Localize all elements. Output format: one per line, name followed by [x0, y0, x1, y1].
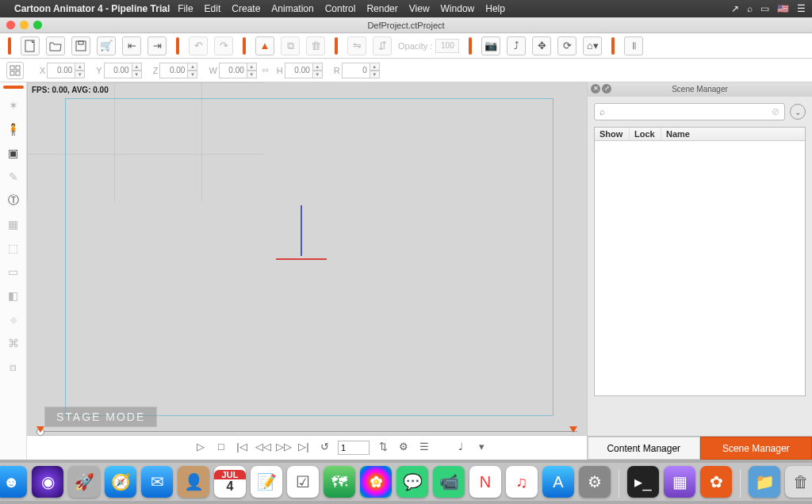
- flag-icon[interactable]: 🇺🇸: [777, 3, 789, 14]
- grid-toggle-button[interactable]: [6, 62, 24, 79]
- tab-scene-manager[interactable]: Scene Manager: [700, 437, 813, 460]
- menu-view[interactable]: View: [409, 3, 430, 14]
- dock-photos[interactable]: ✿: [360, 466, 392, 498]
- flip-h-button[interactable]: ⇋: [347, 36, 366, 55]
- dock-settings[interactable]: ⚙: [579, 466, 611, 498]
- menu-render[interactable]: Render: [366, 3, 397, 14]
- scene-search-box[interactable]: ⌕ ⊘: [594, 103, 785, 120]
- export-button[interactable]: ⇥: [147, 36, 167, 55]
- h-down[interactable]: ▼: [313, 71, 323, 78]
- timeline-start-mark[interactable]: [36, 426, 44, 433]
- displays-icon[interactable]: ▭: [760, 3, 769, 14]
- z-down[interactable]: ▼: [188, 71, 197, 78]
- z-up[interactable]: ▲: [188, 63, 197, 71]
- r-down[interactable]: ▼: [370, 71, 380, 78]
- list-view-icon[interactable]: ☰: [417, 441, 431, 455]
- stop-button[interactable]: □: [214, 441, 228, 455]
- redo-button[interactable]: ↷: [214, 36, 233, 55]
- list-icon[interactable]: ☰: [797, 3, 806, 14]
- y-down[interactable]: ▼: [132, 71, 142, 78]
- menu-help[interactable]: Help: [485, 3, 505, 14]
- side-tool-10[interactable]: ⟐: [3, 309, 24, 330]
- undo-button[interactable]: ↶: [189, 36, 208, 55]
- dock-appstore[interactable]: A: [542, 466, 574, 498]
- h-input[interactable]: [285, 63, 313, 78]
- x-input[interactable]: [47, 63, 75, 78]
- opacity-input[interactable]: [435, 39, 459, 53]
- save-project-button[interactable]: [71, 36, 90, 55]
- w-input[interactable]: [219, 63, 247, 78]
- tab-content-manager[interactable]: Content Manager: [588, 437, 700, 460]
- transform-tool-button[interactable]: ⤴: [507, 36, 526, 55]
- x-up[interactable]: ▲: [75, 63, 85, 71]
- side-tool-8[interactable]: ▭: [3, 262, 24, 282]
- dock-calendar[interactable]: JUL4: [214, 466, 246, 498]
- y-up[interactable]: ▲: [132, 63, 142, 71]
- dock-reminders[interactable]: ☑: [287, 466, 319, 498]
- spotlight-icon[interactable]: ⌕: [747, 3, 753, 14]
- next-frame-button[interactable]: ▷▷: [276, 441, 290, 455]
- frame-input[interactable]: [338, 441, 370, 455]
- cart-button[interactable]: 🛒: [97, 36, 116, 55]
- panel-detach-button[interactable]: ⤢: [602, 84, 611, 94]
- loop-button[interactable]: ↺: [317, 441, 331, 455]
- menu-control[interactable]: Control: [325, 3, 356, 14]
- dock-trash[interactable]: 🗑: [785, 466, 812, 498]
- open-project-button[interactable]: [46, 36, 65, 55]
- dock-launchpad[interactable]: 🚀: [68, 466, 100, 498]
- side-tool-11[interactable]: ⌘: [3, 333, 24, 353]
- minimize-window-button[interactable]: [20, 21, 29, 29]
- flip-v-button[interactable]: ⇵: [373, 36, 392, 55]
- panel-close-button[interactable]: ✕: [591, 84, 600, 94]
- col-name[interactable]: Name: [661, 128, 805, 140]
- menu-window[interactable]: Window: [441, 3, 475, 14]
- last-frame-button[interactable]: ▷|: [297, 441, 311, 455]
- filter-dropdown-button[interactable]: ⌄: [790, 104, 806, 120]
- frame-step-button[interactable]: ⇅: [376, 441, 390, 455]
- dock-cartoon-animator[interactable]: ✿: [700, 466, 732, 498]
- r-up[interactable]: ▲: [370, 63, 380, 71]
- dock-news[interactable]: N: [469, 466, 501, 498]
- copy-button[interactable]: ⧉: [281, 36, 300, 55]
- dock-siri[interactable]: ◉: [32, 466, 63, 498]
- search-clear-icon[interactable]: ⊘: [772, 106, 779, 117]
- side-tool-1[interactable]: ✶: [3, 95, 24, 116]
- timeline-scrubber[interactable]: [36, 428, 577, 434]
- menu-edit[interactable]: Edit: [205, 3, 221, 14]
- side-tool-prop[interactable]: ▣: [3, 143, 24, 163]
- canvas-viewport[interactable]: FPS: 0.00, AVG: 0.00 STAGE MODE: [27, 82, 587, 436]
- settings-icon[interactable]: ⚙: [396, 441, 411, 455]
- dock-terminal[interactable]: ▸_: [627, 466, 659, 498]
- menu-file[interactable]: File: [178, 3, 193, 14]
- dock-app-purple[interactable]: ▦: [664, 466, 695, 498]
- dock-notes[interactable]: 📝: [251, 466, 282, 498]
- side-tool-text[interactable]: Ⓣ: [3, 190, 24, 211]
- dock-messages[interactable]: 💬: [396, 466, 428, 498]
- z-input[interactable]: [159, 63, 188, 78]
- side-tool-actor[interactable]: 🧍: [3, 119, 24, 139]
- dock-finder[interactable]: ☻: [0, 466, 27, 498]
- col-show[interactable]: Show: [595, 128, 630, 140]
- select-tool-button[interactable]: ▲: [255, 36, 274, 55]
- col-lock[interactable]: Lock: [630, 128, 661, 140]
- side-tool-4[interactable]: ✎: [3, 166, 24, 187]
- menu-create[interactable]: Create: [232, 3, 260, 14]
- dock-facetime[interactable]: 📹: [433, 466, 465, 498]
- share-icon[interactable]: ↗: [731, 3, 739, 14]
- menu-animation[interactable]: Animation: [271, 3, 313, 14]
- first-frame-button[interactable]: |◁: [235, 441, 249, 455]
- delete-button[interactable]: 🗑: [306, 36, 325, 55]
- prev-frame-button[interactable]: ◁◁: [255, 441, 270, 455]
- close-window-button[interactable]: [6, 21, 15, 29]
- move-tool-button[interactable]: ✥: [532, 36, 551, 55]
- w-down[interactable]: ▼: [247, 71, 257, 78]
- dock-downloads[interactable]: 📁: [749, 466, 780, 498]
- audio-icon[interactable]: ♩: [454, 441, 468, 455]
- dock-itunes[interactable]: ♫: [506, 466, 538, 498]
- side-tool-9[interactable]: ◧: [3, 285, 24, 306]
- side-tool-7[interactable]: ⬚: [3, 238, 24, 258]
- side-tool-6[interactable]: ▦: [3, 214, 24, 235]
- dock-contacts[interactable]: 👤: [178, 466, 209, 498]
- 3d-view-button[interactable]: ⦀: [624, 36, 643, 55]
- y-input[interactable]: [104, 63, 132, 78]
